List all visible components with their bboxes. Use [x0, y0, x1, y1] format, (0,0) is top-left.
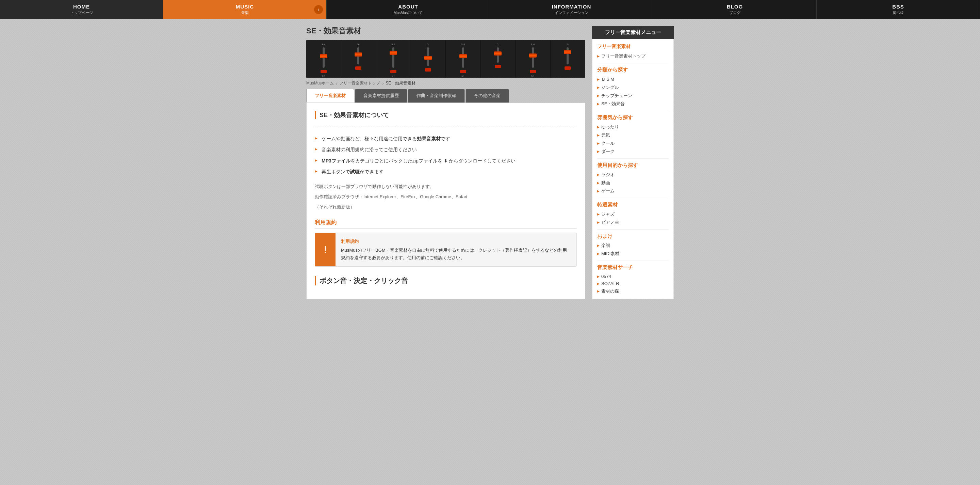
- sidebar-link-energetic[interactable]: 元気: [597, 131, 669, 139]
- fader-track-6: [497, 47, 499, 63]
- nav-about-sub: MusMusについて: [394, 10, 423, 15]
- nav-home-sub: トップページ: [70, 10, 93, 15]
- sidebar-link-dark[interactable]: ダーク: [597, 147, 669, 156]
- nav-blog[interactable]: BLOG ブログ: [653, 0, 817, 19]
- tab-history[interactable]: 音楽素材提供履歴: [355, 89, 407, 102]
- nav-bbs[interactable]: BBS 掲示板: [817, 0, 980, 19]
- fader-btn-4: [425, 68, 431, 72]
- st-label-5: ST: [461, 75, 465, 77]
- breadcrumb-sep2: ›: [382, 81, 383, 86]
- sidebar-link-sheet[interactable]: 楽譜: [597, 241, 669, 250]
- sidebar-link-jingle[interactable]: ジングル: [597, 83, 669, 92]
- fader-btn-1: [321, 70, 327, 73]
- breadcrumb: MusMusホーム › フリー音楽素材トップ › SE・効果音素材: [306, 80, 585, 86]
- sidebar-divider-5: [597, 229, 669, 230]
- usage-title: 利用規約: [315, 219, 577, 228]
- sidebar-link-midi[interactable]: MIDI素材: [597, 250, 669, 258]
- fader-label-1: 3-4: [321, 43, 326, 46]
- usage-box: ! 利用規約 MusMusのフリーBGM・音楽素材を自由に無料で使用するためには…: [315, 233, 577, 267]
- sidebar-cat-classification: 分類から探す: [597, 67, 669, 73]
- nav-music[interactable]: MUSIC 音楽 ♪: [163, 0, 327, 19]
- browser-note-1: 試聴ボタンは一部ブラウザで動作しない可能性があります。: [315, 183, 577, 190]
- nav-music-title: MUSIC: [236, 4, 254, 10]
- sidebar-top-link[interactable]: フリー音楽素材: [597, 43, 669, 51]
- fader-channel-6: 5-: [481, 40, 516, 78]
- sidebar-link-0574[interactable]: 0574: [597, 273, 669, 280]
- fader-knob-2: [355, 53, 362, 57]
- sidebar-link-sozai-r[interactable]: SOZAI-R: [597, 280, 669, 287]
- sidebar-top-link-sub[interactable]: フリー音楽素材トップ: [597, 52, 669, 60]
- fader-btn-7: [530, 70, 536, 73]
- sidebar-cat-special: 特選素材: [597, 202, 669, 208]
- nav-about[interactable]: ABOUT MusMusについて: [327, 0, 490, 19]
- breadcrumb-sep1: ›: [336, 81, 337, 86]
- fader-label-3: 3-4: [391, 43, 395, 46]
- nav-home[interactable]: HOME トップページ: [0, 0, 163, 19]
- section1-title: SE・効果音素材について: [315, 111, 577, 119]
- fader-label-6: 5-: [497, 43, 499, 46]
- fader-btn-8: [565, 66, 571, 70]
- sidebar-link-jazz[interactable]: ジャズ: [597, 210, 669, 218]
- st-label-1: ST: [322, 75, 325, 77]
- sidebar-link-video[interactable]: 動画: [597, 179, 669, 187]
- fader-knob-8: [564, 50, 571, 54]
- fader-channel-7: 3-4 ST: [515, 40, 550, 78]
- page-wrapper: SE・効果音素材 3-4 ST 5-: [303, 19, 677, 306]
- nav-information[interactable]: INFORMATION インフォメーション: [490, 0, 653, 19]
- fader-track-5: [462, 47, 464, 68]
- sidebar-link-bgm[interactable]: ＢＧＭ: [597, 75, 669, 83]
- sidebar-link-game[interactable]: ゲーム: [597, 187, 669, 195]
- tabs: フリー音楽素材 音楽素材提供履歴 作曲・音楽制作依頼 その他の音楽: [306, 89, 585, 102]
- sidebar-link-cool[interactable]: クール: [597, 139, 669, 147]
- nav-about-title: ABOUT: [398, 4, 418, 10]
- fader-label-4: 5-: [427, 43, 430, 46]
- nav-information-sub: インフォメーション: [555, 10, 588, 15]
- sidebar-divider-2: [597, 111, 669, 111]
- fader-track-4: [427, 47, 429, 66]
- fader-channel-2: 5-: [341, 40, 376, 78]
- fader-track-7: [532, 47, 534, 68]
- sidebar-cat-purpose: 使用目的から探す: [597, 162, 669, 169]
- nav-information-title: INFORMATION: [552, 4, 592, 10]
- st-label-7: ST: [531, 75, 534, 77]
- sidebar-cat-bonus: おまけ: [597, 233, 669, 239]
- main-content: SE・効果音素材 3-4 ST 5-: [306, 26, 585, 299]
- tab-other[interactable]: その他の音楽: [466, 89, 509, 102]
- tab-compose[interactable]: 作曲・音楽制作依頼: [408, 89, 465, 102]
- fader-knob-6: [494, 51, 501, 56]
- sidebar-cat-search: 音楽素材サーチ: [597, 264, 669, 271]
- fader-btn-3: [390, 70, 396, 73]
- sidebar-link-radio[interactable]: ラジオ: [597, 171, 669, 179]
- breadcrumb-mid[interactable]: フリー音楽素材トップ: [339, 80, 380, 86]
- fader-btn-6: [495, 65, 501, 68]
- sidebar-link-sozai-no-mori[interactable]: 素材の森: [597, 287, 669, 295]
- info-item-3: MP3ファイルをカテゴリごとにパックしたzipファイルを ⬇ からダウンロードし…: [315, 155, 577, 166]
- sidebar-divider-4: [597, 198, 669, 198]
- sidebar-divider-3: [597, 158, 669, 159]
- tab-free-music[interactable]: フリー音楽素材: [306, 89, 354, 102]
- usage-box-title: 利用規約: [341, 238, 571, 245]
- fader-channel-4: 5-: [411, 40, 446, 78]
- fader-track-1: [323, 47, 325, 68]
- fader-knob-4: [424, 56, 432, 60]
- fader-knob-7: [529, 53, 537, 57]
- usage-text: 利用規約 MusMusのフリーBGM・音楽素材を自由に無料で使用するためには、ク…: [336, 233, 576, 266]
- fader-group: 3-4 ST 5- 3-4 ST: [306, 40, 585, 78]
- sidebar-link-se[interactable]: SE・効果音: [597, 100, 669, 108]
- st-label-3: ST: [392, 75, 395, 77]
- content-area: SE・効果音素材について ゲームや動画など、様々な用途に使用できる効果音素材です…: [306, 102, 585, 299]
- sidebar-link-piano[interactable]: ピアノ曲: [597, 218, 669, 227]
- breadcrumb-home[interactable]: MusMusホーム: [306, 80, 334, 86]
- music-note-icon: ♪: [314, 5, 323, 14]
- nav-bbs-title: BBS: [892, 4, 904, 10]
- fader-track-8: [566, 47, 569, 64]
- sidebar-link-relax[interactable]: ゆったり: [597, 123, 669, 131]
- nav-bbs-sub: 掲示板: [892, 10, 904, 15]
- fader-track-3: [392, 47, 395, 68]
- sidebar-link-chiptune[interactable]: チップチューン: [597, 92, 669, 100]
- fader-knob-5: [460, 54, 467, 58]
- fader-knob-3: [390, 51, 397, 55]
- nav-blog-title: BLOG: [727, 4, 743, 10]
- sidebar: フリー音楽素材メニュー フリー音楽素材 フリー音楽素材トップ 分類から探す ＢＧ…: [592, 26, 674, 299]
- hero-image-inner: 3-4 ST 5- 3-4 ST: [306, 40, 585, 78]
